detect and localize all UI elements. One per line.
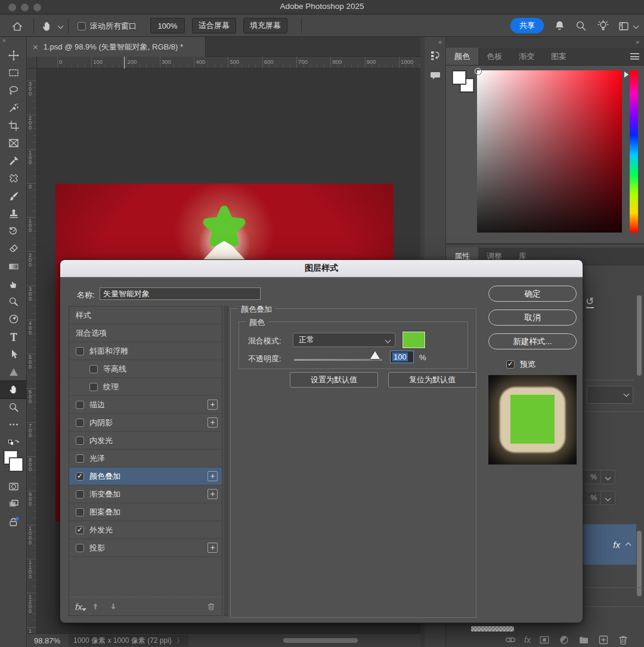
- hand-tool[interactable]: [0, 381, 27, 399]
- tab-swatches[interactable]: 色板: [478, 48, 510, 65]
- foreground-background-colors[interactable]: [0, 450, 27, 478]
- fit-screen-button[interactable]: 适合屏幕: [192, 18, 236, 33]
- healing-brush-tool[interactable]: [0, 170, 27, 188]
- dialog-title[interactable]: 图层样式: [60, 260, 583, 277]
- delete-layer-icon[interactable]: [617, 634, 629, 646]
- hue-slider-marker[interactable]: [624, 72, 628, 78]
- add-effect-instance-button[interactable]: [208, 471, 218, 481]
- delete-effect-icon[interactable]: [206, 602, 216, 611]
- gradient-tool[interactable]: [0, 258, 27, 275]
- default-and-swap-colors[interactable]: [0, 434, 27, 448]
- zoom-100-button[interactable]: 100%: [150, 18, 185, 33]
- style-checkbox[interactable]: [76, 347, 84, 355]
- document-tab[interactable]: × 1.psd @ 98.9% (矢量智能对象, RGB/8) *: [27, 37, 206, 57]
- style-list-item[interactable]: 图案叠加: [69, 503, 222, 521]
- tab-color[interactable]: 颜色: [446, 48, 478, 65]
- style-checkbox[interactable]: [89, 383, 98, 391]
- style-list-item[interactable]: 样式: [69, 307, 222, 324]
- adjustment-layer-icon[interactable]: [558, 634, 570, 646]
- edit-toolbar[interactable]: [0, 416, 27, 434]
- pen-tool[interactable]: [0, 311, 27, 329]
- history-brush-tool[interactable]: [0, 222, 27, 240]
- panel-menu-icon[interactable]: [630, 53, 639, 60]
- cancel-button[interactable]: 取消: [488, 309, 577, 326]
- dodge-tool[interactable]: [0, 293, 27, 311]
- layer-name-input[interactable]: [100, 287, 261, 300]
- style-list-scrollbar[interactable]: [224, 306, 228, 616]
- discover-button[interactable]: [597, 15, 609, 37]
- horizontal-ruler[interactable]: 01002003004005006007008009001000: [37, 57, 420, 69]
- version-history-icon[interactable]: [425, 45, 446, 66]
- eyedropper-tool[interactable]: [0, 152, 27, 170]
- share-image-button[interactable]: [0, 513, 27, 531]
- style-list-item[interactable]: 光泽: [69, 450, 222, 468]
- object-selection-tool[interactable]: [0, 100, 27, 117]
- selected-layer-row[interactable]: fx: [581, 524, 636, 565]
- collapse-effects-chevron[interactable]: [626, 543, 631, 549]
- style-list-item[interactable]: 混合选项: [69, 324, 222, 342]
- layers-horizontal-scrollbar[interactable]: [471, 626, 514, 631]
- ok-button[interactable]: 确定: [488, 286, 577, 302]
- style-list-item[interactable]: 纹理: [69, 378, 222, 396]
- vertical-ruler[interactable]: 3 0 02 0 01 0 001 0 02 0 03 0 04 0 05 0 …: [27, 69, 37, 633]
- preview-option[interactable]: 预览: [506, 359, 535, 370]
- style-checkbox[interactable]: [76, 401, 84, 409]
- comments-icon[interactable]: [425, 66, 446, 86]
- add-effect-instance-button[interactable]: [208, 400, 218, 410]
- add-layer-style-button[interactable]: fx: [524, 635, 531, 645]
- path-selection-tool[interactable]: [0, 346, 27, 364]
- lasso-tool[interactable]: [0, 82, 27, 100]
- add-effect-instance-button[interactable]: [208, 417, 218, 428]
- move-tool[interactable]: [0, 47, 27, 64]
- style-list-item[interactable]: 投影: [69, 539, 222, 557]
- saturation-brightness-field[interactable]: [477, 70, 622, 233]
- zoom-tool[interactable]: [0, 398, 27, 416]
- add-layer-mask-icon[interactable]: [538, 634, 550, 646]
- style-list-item[interactable]: 外发光: [69, 521, 222, 539]
- color-picker-circle[interactable]: [475, 68, 481, 75]
- reset-default-button[interactable]: 复位为默认值: [388, 372, 476, 388]
- hand-tool-options[interactable]: [41, 15, 63, 37]
- new-group-icon[interactable]: [578, 634, 590, 646]
- style-checkbox[interactable]: [76, 526, 84, 534]
- overlay-color-swatch[interactable]: [402, 332, 425, 348]
- brush-tool[interactable]: [0, 187, 27, 205]
- style-checkbox[interactable]: [76, 544, 84, 552]
- smudge-tool[interactable]: [0, 275, 27, 293]
- frame-tool[interactable]: [0, 135, 27, 153]
- search-button[interactable]: [575, 15, 587, 37]
- layers-scrollbar[interactable]: [637, 531, 642, 596]
- style-list-item[interactable]: 描边: [69, 396, 222, 414]
- eraser-tool[interactable]: [0, 240, 27, 258]
- style-list-item[interactable]: 斜面和浮雕: [69, 342, 222, 360]
- workspace-switcher[interactable]: [618, 15, 638, 37]
- style-list-item[interactable]: 内阴影: [69, 414, 222, 432]
- new-style-button[interactable]: 新建样式...: [488, 333, 577, 349]
- style-checkbox[interactable]: [76, 419, 84, 427]
- add-effect-fx-button[interactable]: fx: [75, 602, 82, 612]
- expand-tools-chevron[interactable]: »: [0, 37, 26, 47]
- preview-checkbox[interactable]: [506, 360, 515, 369]
- share-button[interactable]: 共享: [510, 18, 544, 33]
- hue-slider[interactable]: [630, 70, 638, 233]
- style-list-item[interactable]: 渐变叠加: [69, 485, 222, 503]
- link-layers-icon[interactable]: [504, 634, 516, 646]
- layer-fx-badge[interactable]: fx: [613, 540, 620, 550]
- layer-fill-dropdown[interactable]: [601, 491, 615, 505]
- style-checkbox[interactable]: [76, 454, 84, 463]
- properties-dropdown[interactable]: [587, 386, 633, 404]
- type-tool[interactable]: [0, 328, 27, 346]
- ruler-origin-corner[interactable]: [27, 57, 37, 69]
- crop-tool[interactable]: [0, 117, 27, 135]
- background-color-swatch[interactable]: [9, 457, 23, 472]
- tab-patterns[interactable]: 图案: [543, 48, 575, 65]
- quick-mask-button[interactable]: [0, 478, 27, 496]
- fill-screen-button[interactable]: 填充屏幕: [243, 18, 287, 33]
- style-checkbox[interactable]: [89, 365, 98, 373]
- zoom-percentage[interactable]: 98.87%: [34, 636, 60, 645]
- style-checkbox[interactable]: [76, 490, 84, 499]
- add-effect-instance-button[interactable]: [208, 489, 218, 499]
- scroll-all-windows-option[interactable]: 滚动所有窗口: [78, 15, 137, 37]
- set-default-button[interactable]: 设置为默认值: [290, 372, 378, 388]
- scroll-all-windows-checkbox[interactable]: [78, 22, 86, 30]
